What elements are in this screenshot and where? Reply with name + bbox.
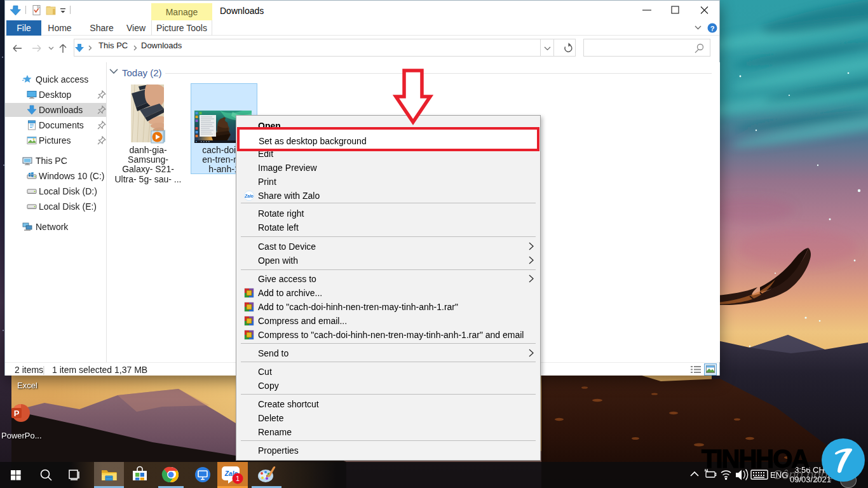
svg-text:1: 1 bbox=[236, 475, 240, 482]
svg-text:?: ? bbox=[710, 25, 715, 32]
svg-text:Zalo: Zalo bbox=[244, 194, 253, 198]
svg-text:P: P bbox=[14, 409, 20, 418]
